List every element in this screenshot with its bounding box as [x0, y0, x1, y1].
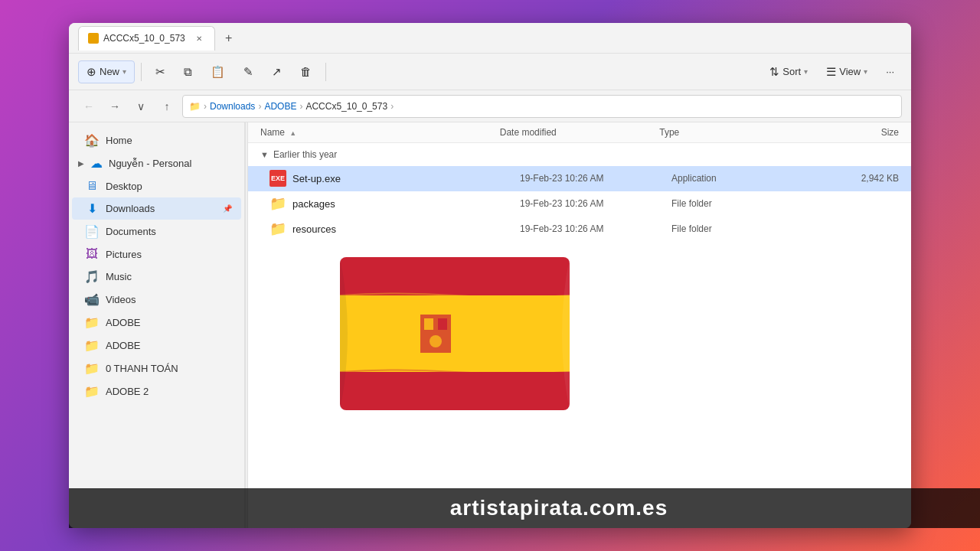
new-button[interactable]: ⊕ New ▾	[78, 60, 135, 83]
sidebar-music-label: Music	[106, 271, 132, 282]
copy-button[interactable]: ⧉	[176, 61, 200, 83]
col-type-label: Type	[659, 127, 679, 138]
sidebar-item-adobe-3[interactable]: 📁 ADOBE 2	[72, 380, 241, 403]
sidebar-item-music[interactable]: 🎵 Music 📌	[72, 266, 241, 288]
setup-exe-type: Application	[671, 173, 823, 184]
adobe2-folder-icon: 📁	[84, 338, 100, 353]
sidebar-item-desktop[interactable]: 🖥 Desktop 📌	[72, 175, 241, 197]
svg-rect-2	[340, 295, 570, 372]
active-tab[interactable]: ACCCx5_10_0_573 ✕	[78, 26, 215, 51]
col-date-header[interactable]: Date modified	[500, 127, 660, 138]
sep-1: ›	[258, 101, 261, 112]
view-label: View	[839, 66, 861, 77]
resources-date: 19-Feb-23 10:26 AM	[520, 223, 671, 234]
sidebar-documents-label: Documents	[106, 226, 156, 237]
sidebar-thanh-toan-label: 0 THANH TOÁN	[106, 363, 178, 374]
downloads-icon: ⬇	[84, 201, 100, 216]
more-button[interactable]: ···	[878, 62, 902, 81]
new-tab-button[interactable]: +	[218, 28, 240, 49]
new-label: New	[100, 66, 119, 77]
copy-icon: ⧉	[184, 65, 192, 79]
up-button[interactable]: ↑	[156, 96, 178, 117]
back-button[interactable]: ←	[78, 96, 100, 117]
cloud-icon: ☁	[89, 156, 104, 171]
packages-name: packages	[292, 198, 520, 210]
sidebar-item-home[interactable]: 🏠 Home	[72, 129, 241, 152]
explorer-window: ACCCx5_10_0_573 ✕ + ⊕ New ▾ ✂ ⧉ 📋 ✎	[69, 23, 911, 528]
sidebar-cloud-section[interactable]: ▶ ☁ Nguyễn - Personal	[69, 152, 244, 174]
packages-date: 19-Feb-23 10:26 AM	[520, 198, 671, 209]
file-list: Name ▲ Date modified Type Size ▼	[248, 122, 911, 528]
sidebar-videos-label: Videos	[106, 294, 136, 305]
sidebar-adobe3-label: ADOBE 2	[106, 386, 149, 397]
sort-chevron-icon: ▾	[804, 67, 808, 76]
new-icon: ⊕	[87, 65, 96, 79]
col-size-header[interactable]: Size	[819, 127, 899, 138]
col-type-header[interactable]: Type	[659, 127, 819, 138]
file-row-resources[interactable]: 📁 resources 19-Feb-23 10:26 AM File fold…	[248, 217, 911, 242]
sort-icon: ⇅	[769, 65, 779, 79]
home-icon: 🏠	[84, 133, 100, 148]
desktop-icon: 🖥	[84, 179, 100, 193]
tab-close-button[interactable]: ✕	[193, 32, 205, 44]
downloads-pin-icon: 📌	[223, 204, 232, 213]
sidebar-item-documents[interactable]: 📄 Documents 📌	[72, 220, 241, 243]
toolbar: ⊕ New ▾ ✂ ⧉ 📋 ✎ ↗ 🗑	[69, 54, 911, 90]
share-button[interactable]: ↗	[264, 61, 289, 83]
tab-folder-icon	[88, 33, 99, 44]
title-bar: ACCCx5_10_0_573 ✕ +	[69, 23, 911, 54]
svg-rect-5	[438, 318, 447, 330]
forward-button[interactable]: →	[104, 96, 126, 117]
pictures-icon: 🖼	[84, 247, 100, 261]
adobe1-folder-icon: 📁	[84, 315, 100, 330]
file-row-setup-exe[interactable]: EXE Set-up.exe 19-Feb-23 10:26 AM Applic…	[248, 166, 911, 191]
sidebar-home-label: Home	[106, 135, 132, 146]
group-earlier-this-year[interactable]: ▼ Earlier this year	[248, 143, 911, 166]
sidebar-item-thanh-toan[interactable]: 📁 0 THANH TOÁN	[72, 357, 241, 380]
file-row-packages[interactable]: 📁 packages 19-Feb-23 10:26 AM File folde…	[248, 191, 911, 217]
breadcrumb-adobe[interactable]: ADOBE	[264, 101, 296, 112]
breadcrumb-downloads[interactable]: Downloads	[210, 101, 255, 112]
watermark-bar: artistapirata.com.es	[69, 488, 980, 528]
svg-rect-4	[424, 318, 433, 330]
sidebar-adobe1-label: ADOBE	[106, 317, 141, 328]
sidebar-item-pictures[interactable]: 🖼 Pictures 📌	[72, 243, 241, 265]
delete-icon: 🗑	[300, 65, 312, 78]
sidebar-pictures-label: Pictures	[106, 249, 142, 260]
recent-locations-button[interactable]: ∨	[130, 96, 152, 117]
col-name-sort-icon: ▲	[289, 129, 296, 137]
view-button[interactable]: ☰ View ▾	[818, 61, 875, 83]
paste-button[interactable]: 📋	[203, 61, 233, 83]
packages-folder-icon: 📁	[270, 195, 286, 212]
spain-flag	[340, 257, 570, 410]
documents-icon: 📄	[84, 224, 100, 239]
cut-icon: ✂	[155, 65, 165, 79]
watermark-text: artistapirata.com.es	[450, 496, 668, 520]
sidebar-item-downloads[interactable]: ⬇ Downloads 📌	[72, 197, 241, 220]
sort-label: Sort	[782, 66, 801, 77]
setup-exe-date: 19-Feb-23 10:26 AM	[520, 173, 671, 184]
sort-button[interactable]: ⇅ Sort ▾	[762, 61, 815, 83]
sidebar-item-adobe-2[interactable]: 📁 ADOBE	[72, 334, 241, 357]
sidebar: 🏠 Home ▶ ☁ Nguyễn - Personal 🖥 Desktop 📌	[69, 122, 245, 528]
breadcrumb-folder-icon: 📁	[189, 101, 201, 112]
sep-0: ›	[204, 101, 207, 112]
tab-title: ACCCx5_10_0_573	[103, 33, 185, 44]
sidebar-item-videos[interactable]: 📹 Videos 📌	[72, 289, 241, 311]
group-chevron-icon: ▼	[260, 150, 269, 159]
cut-button[interactable]: ✂	[148, 61, 173, 83]
delete-button[interactable]: 🗑	[292, 61, 319, 82]
packages-type: File folder	[671, 198, 823, 209]
col-name-header[interactable]: Name ▲	[260, 127, 500, 138]
resources-type: File folder	[671, 223, 823, 234]
sidebar-item-adobe-1[interactable]: 📁 ADOBE	[72, 311, 241, 334]
share-icon: ↗	[272, 65, 282, 79]
sep-2: ›	[299, 101, 302, 112]
thanh-toan-folder-icon: 📁	[84, 361, 100, 376]
view-icon: ☰	[826, 65, 836, 79]
sidebar-adobe2-label: ADOBE	[106, 340, 141, 351]
more-label: ···	[886, 66, 894, 77]
rename-button[interactable]: ✎	[236, 61, 261, 83]
col-size-label: Size	[881, 127, 899, 138]
sidebar-cloud-label: Nguyễn - Personal	[109, 158, 191, 169]
